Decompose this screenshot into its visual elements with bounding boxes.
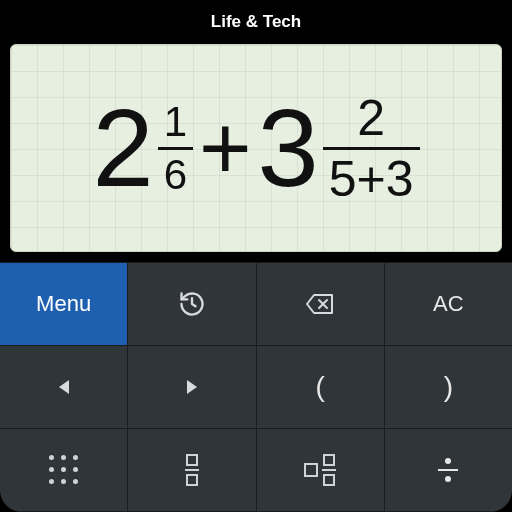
keypad-row-3 [0,429,512,512]
simple-fraction-icon [185,454,199,486]
simple-fraction-button[interactable] [128,429,256,512]
paren-open-button[interactable]: ( [257,346,385,429]
svg-marker-3 [187,380,197,394]
svg-marker-2 [59,380,69,394]
fraction-bar [158,147,193,150]
cursor-right-button[interactable] [128,346,256,429]
calculator-app: Life & Tech 2 1 6 + 3 2 5+3 Menu [0,0,512,512]
all-clear-button[interactable]: AC [385,263,512,346]
fraction-bar [323,147,420,150]
expression-display[interactable]: 2 1 6 + 3 2 5+3 [10,44,502,252]
paren-close-button[interactable]: ) [385,346,512,429]
paren-close-label: ) [444,371,453,403]
expression: 2 1 6 + 3 2 5+3 [11,45,501,251]
menu-button[interactable]: Menu [0,263,128,346]
title-bar: Life & Tech [0,0,512,44]
keypad-grid-icon [49,455,79,485]
cursor-left-button[interactable] [0,346,128,429]
term1-numerator: 1 [158,101,193,143]
keypad: Menu AC [0,262,512,512]
keypad-row-2: ( ) [0,346,512,429]
history-button[interactable] [128,263,256,346]
keypad-row-1: Menu AC [0,263,512,346]
operator-plus: + [197,103,254,193]
cursor-right-icon [185,379,199,395]
backspace-icon [304,292,336,316]
mixed-fraction-icon [304,454,336,486]
mixed-fraction-button[interactable] [257,429,385,512]
term2-denominator: 5+3 [323,154,420,204]
keypad-toggle-button[interactable] [0,429,128,512]
term1-denominator: 6 [158,154,193,196]
backspace-button[interactable] [257,263,385,346]
app-title: Life & Tech [211,12,301,32]
term2-numerator: 2 [351,93,391,143]
divide-button[interactable] [385,429,512,512]
paren-open-label: ( [315,371,324,403]
menu-label: Menu [36,291,91,317]
term1-whole: 2 [92,93,153,203]
term1-fraction: 1 6 [158,101,193,196]
cursor-left-icon [57,379,71,395]
history-icon [178,290,206,318]
term2-whole: 3 [258,93,319,203]
ac-label: AC [433,291,464,317]
divide-icon [438,458,458,483]
term2-fraction: 2 5+3 [323,93,420,204]
